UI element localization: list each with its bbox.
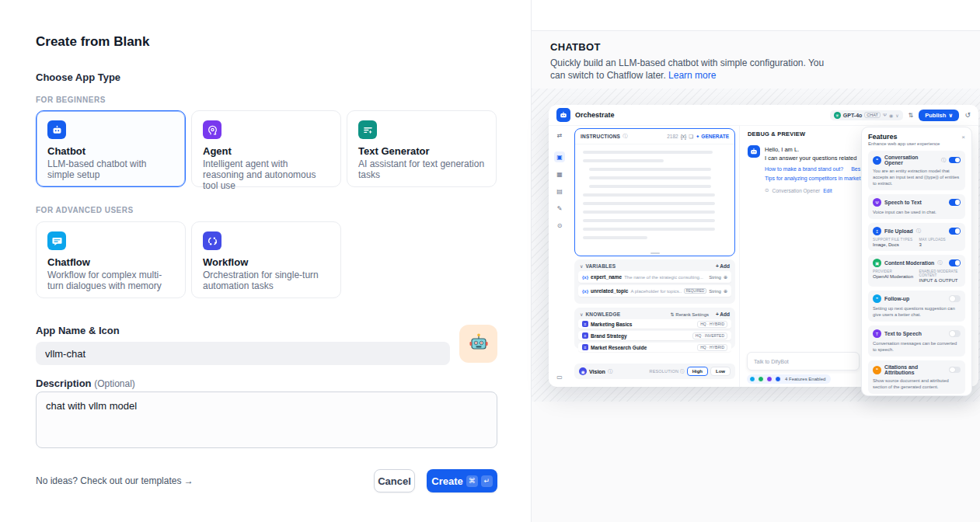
chevron-down-icon: ∨ (895, 113, 898, 118)
image-icon: ▦ (554, 169, 565, 179)
robot-emoji-icon (468, 332, 490, 357)
card-desc: Workflow for complex multi-turn dialogue… (47, 270, 174, 291)
info-icon: ⓘ (680, 369, 685, 374)
knowledge-doc-icon: ≡ (582, 332, 588, 339)
top-strip (532, 0, 980, 31)
optional-hint: (Optional) (94, 378, 135, 389)
moderation-icon: ▣ (873, 259, 881, 267)
knowledge-section: ∨ KNOWLEDGE ⇅ Rerank Settings + Add ≡ Ma… (574, 308, 735, 349)
app-type-card-chatflow[interactable]: Chatflow Workflow for complex multi-turn… (36, 221, 186, 298)
app-name-label: App Name & Icon (36, 325, 120, 336)
type-settings-icon: ⊕ (724, 274, 727, 280)
info-icon: ⓘ (916, 228, 921, 235)
variable-icon: {x} (681, 134, 687, 139)
toggle-off (949, 295, 961, 302)
app-type-card-workflow[interactable]: Workflow Orchestration for single-turn a… (191, 221, 341, 298)
description-textarea[interactable]: chat with vllm model (36, 392, 497, 448)
command-key-icon: ⌘ (466, 475, 478, 487)
preview-app-title: Orchestrate (575, 111, 615, 119)
chevron-down-icon: ∨ (948, 112, 953, 119)
vision-icon: ◉ (889, 113, 893, 118)
preview-topbar: Orchestrate ✳ GPT-4o CHAT Ψ ◉ ∨ ⇅ Publis… (549, 105, 978, 126)
debug-preview-title: DEBUG & PREVIEW (748, 130, 805, 137)
variable-token-icon: {x} (582, 275, 588, 280)
feature-dot-icon (775, 376, 781, 382)
mic-icon: Ψ (873, 198, 881, 207)
collapse-icon: ∨ (580, 311, 583, 317)
suggested-question: How to make a brand stand out? (765, 166, 843, 172)
enter-key-icon: ↵ (481, 475, 493, 487)
cancel-button[interactable]: Cancel (374, 469, 415, 492)
page-title: Create from Blank (36, 34, 149, 50)
card-title: Chatbot (47, 145, 174, 157)
conversation-opener-icon: ❝ (873, 156, 881, 165)
create-app-modal: Create from Blank Choose App Type FOR BE… (0, 0, 531, 522)
create-button[interactable]: Create ⌘ ↵ (427, 469, 497, 492)
card-desc: Orchestration for single-turn automation… (203, 270, 330, 291)
features-enabled-badge: 4 Features Enabled (747, 374, 831, 384)
app-type-card-text-generator[interactable]: Text Generator AI assistant for text gen… (347, 110, 497, 187)
document-icon: ▤ (554, 186, 565, 197)
app-icon-picker-button[interactable] (459, 325, 497, 363)
tune-icon: ⇅ (909, 112, 914, 119)
window-icon: ▭ (554, 371, 565, 382)
group-label-beginners: FOR BEGINNERS (36, 96, 106, 104)
collapse-icon: ∨ (580, 263, 583, 269)
char-count: 2182 (667, 134, 678, 139)
toggle-off (949, 367, 961, 374)
preview-sidebar: ⇄ ▣ ▦ ▤ ✎ ⊙ ▭ (549, 126, 570, 387)
orchestrate-tab-icon: ▣ (554, 151, 565, 162)
suggested-question: Bes (851, 166, 860, 172)
app-type-card-chatbot[interactable]: Chatbot LLM-based chatbot with simple se… (36, 110, 186, 187)
app-type-card-agent[interactable]: Agent Intelligent agent with reasoning a… (191, 110, 341, 187)
feature-dot-icon (749, 376, 755, 382)
model-provider-icon: ✳ (834, 112, 841, 119)
description-label: Description (Optional) (36, 378, 135, 389)
learn-more-link[interactable]: Learn more (668, 70, 716, 81)
app-name-input[interactable] (36, 342, 450, 365)
globe-icon: ⊙ (554, 220, 565, 231)
rerank-icon: ⇅ (671, 312, 675, 317)
chatflow-icon (47, 231, 66, 250)
eye-icon: ◉ (579, 367, 587, 375)
agent-icon (203, 120, 221, 139)
feature-card-conversation-opener: ❝ Conversation Opener ⓘ You are an entit… (868, 151, 965, 190)
toggle-off (949, 330, 961, 337)
resize-handle (650, 252, 660, 254)
chatbot-icon (47, 120, 66, 139)
variables-section: ∨ VARIABLES + Add {x} expert_name The na… (574, 259, 735, 304)
feature-card-follow-up: ❞ Follow-up Setting up next questions su… (868, 291, 965, 322)
features-panel: Features × Enhance web app user experien… (861, 127, 972, 396)
add-knowledge-button: + Add (716, 311, 730, 317)
add-variable-button: + Add (716, 263, 730, 269)
history-icon: ↺ (964, 111, 971, 119)
shuffle-icon: ⇄ (554, 130, 565, 141)
vision-setting-row: ◉ Vision ⓘ RESOLUTION ⓘ High Low (574, 364, 735, 379)
resolution-high-chip: High (687, 367, 708, 376)
toggle-on (949, 199, 961, 206)
feature-card-speech-to-text: Ψ Speech to Text Voice input can be used… (868, 194, 965, 219)
choose-app-type-label: Choose App Type (36, 71, 120, 83)
variable-row: {x} unrelated_topic A placeholder for to… (578, 285, 731, 297)
note-icon: ✎ (554, 203, 565, 214)
file-upload-icon: ↥ (873, 227, 881, 235)
card-title: Chatflow (47, 256, 174, 268)
citations-icon: ❝ (873, 366, 881, 374)
toggle-on (949, 259, 961, 266)
feature-card-content-moderation: ▣ Content Moderation ⓘ PROVIDEROpenAI Mo… (868, 255, 965, 287)
preview-heading: CHATBOT (550, 41, 601, 53)
knowledge-row: ≡ Marketing Basics HQ · HYBRID (578, 319, 731, 329)
variable-row: {x} expert_name The name of the strategi… (578, 271, 731, 283)
info-icon: ⓘ (937, 259, 942, 266)
toggle-on (949, 157, 961, 164)
info-icon: ⓘ (623, 133, 627, 140)
required-badge: REQUIRED (684, 288, 707, 294)
card-desc: AI assistant for text generation tasks (358, 158, 485, 180)
card-title: Workflow (203, 256, 330, 268)
card-desc: LLM-based chatbot with simple setup (47, 158, 174, 180)
opener-mark-icon: ⊙ (765, 187, 769, 193)
chat-input: Talk to DifyBot (747, 352, 860, 371)
rerank-settings-button: ⇅ Rerank Settings (671, 311, 709, 317)
templates-link[interactable]: No ideas? Check out our templates → (36, 475, 194, 486)
resolution-low-chip: Low (710, 367, 731, 376)
